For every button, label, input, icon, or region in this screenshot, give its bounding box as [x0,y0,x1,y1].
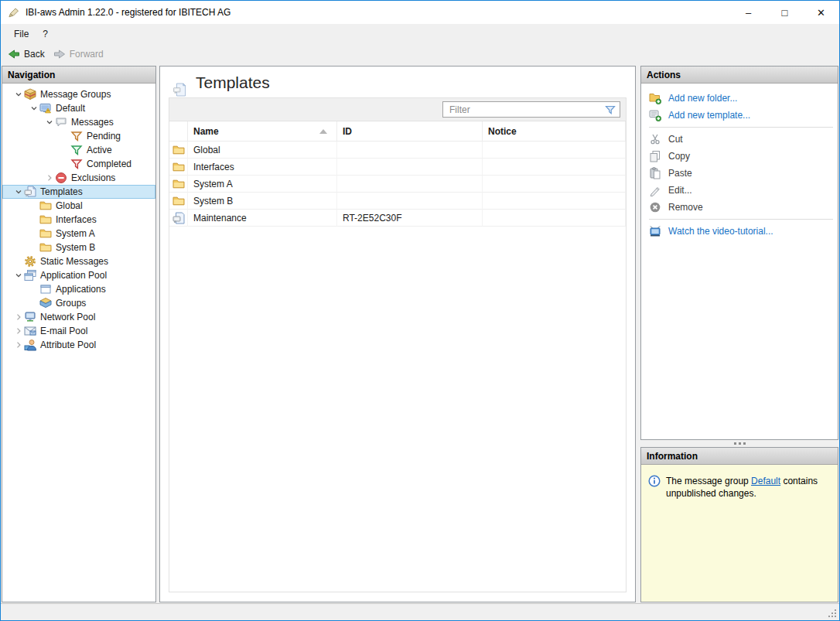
tree-item-label: Templates [40,186,83,197]
tree-item-default[interactable]: Default [2,101,155,115]
tree-item-label: Network Pool [40,312,95,322]
chevron-down-icon[interactable] [12,187,24,196]
table-row-global[interactable]: Global [169,142,626,159]
paste-action: Paste [649,165,835,182]
chevron-right-icon[interactable] [12,326,24,336]
cell-id [337,142,483,159]
folder-icon [39,200,52,212]
chevron-right-icon[interactable] [43,173,55,183]
row-icon-cell [169,193,188,210]
minimize-button[interactable]: – [730,1,767,24]
action-label: Copy [668,151,690,162]
add-new-folder-action[interactable]: Add new folder... [649,90,835,107]
tree-item-application-pool[interactable]: Application Pool [2,268,155,282]
filter-input[interactable] [448,104,604,116]
cell-id [337,176,483,193]
tree-item-network-pool[interactable]: Network Pool [2,310,155,324]
action-label: Paste [668,168,692,179]
right-column: Actions Add new folder...Add new templat… [640,66,838,602]
column-header-label: Name [193,126,219,137]
tree-item-completed[interactable]: Completed [2,157,155,171]
message-groups-icon [24,88,36,101]
default-group-link[interactable]: Default [751,476,780,486]
tree-item-active[interactable]: Active [2,143,155,157]
column-header-id[interactable]: ID [337,121,483,142]
panel-splitter[interactable] [640,440,838,447]
tree-item-templates[interactable]: Templates [2,185,155,199]
actions-panel: Actions Add new folder...Add new templat… [640,66,838,440]
forward-button: Forward [50,46,109,62]
splitter-dot [743,442,746,445]
tree-item-label: Exclusions [71,172,115,183]
tree-item-interfaces[interactable]: Interfaces [2,213,155,227]
action-label: Edit... [668,185,692,196]
tree-item-label: Application Pool [40,270,107,281]
table-body: GlobalInterfacesSystem ASystem BMaintena… [169,142,626,227]
resize-grip-icon[interactable] [828,609,837,618]
remove-icon [649,201,661,213]
chevron-down-icon[interactable] [12,90,24,99]
tree-item-attribute-pool[interactable]: Attribute Pool [2,338,155,352]
email-pool-icon [24,325,36,337]
tree-item-label: Applications [56,284,106,295]
message-group-icon [39,102,52,114]
add-new-template-action[interactable]: Add new template... [649,107,835,124]
watch-the-video-tutorial-action[interactable]: Watch the video-tutorial... [649,223,835,240]
information-panel: Information The message group Default co… [640,447,838,602]
column-header-name[interactable]: Name [188,121,337,142]
column-header-icon[interactable] [169,121,188,142]
tree-item-static-messages[interactable]: Static Messages [2,254,155,268]
tree-item-applications[interactable]: Applications [2,282,155,296]
tree-item-pending[interactable]: Pending [2,129,155,143]
table-row-system-a[interactable]: System A [169,176,626,193]
attribute-pool-icon [24,339,36,351]
menu-file[interactable]: File [7,26,36,42]
tree-item-exclusions[interactable]: Exclusions [2,171,155,185]
column-header-label: ID [343,126,352,137]
tree-item-groups[interactable]: Groups [2,296,155,310]
tree-item-message-groups[interactable]: Message Groups [2,87,155,101]
tree-item-e-mail-pool[interactable]: E-mail Pool [2,324,155,338]
tree-item-messages[interactable]: Messages [2,115,155,129]
cell-name: Global [188,142,337,159]
cell-id [337,159,483,176]
tree-item-global[interactable]: Global [2,199,155,213]
cell-notice [483,159,626,176]
maximize-button[interactable]: □ [767,1,803,24]
funnel-orange-icon [70,130,83,142]
folder-icon [39,241,52,254]
tree-item-system-b[interactable]: System B [2,241,155,254]
copy-action: Copy [649,148,835,165]
back-button[interactable]: Back [5,46,50,62]
chevron-right-icon[interactable] [12,340,24,350]
actions-panel-header: Actions [641,67,838,84]
funnel-green-icon [70,144,83,156]
table-row-maintenance[interactable]: MaintenanceRT-2E52C30F [169,210,626,227]
chevron-down-icon[interactable] [43,118,55,127]
chevron-down-icon[interactable] [28,104,39,113]
action-label: Watch the video-tutorial... [668,226,773,237]
tree-item-system-a[interactable]: System A [2,227,155,241]
chevron-right-icon[interactable] [12,312,24,322]
copy-icon [649,150,661,162]
information-panel-header: Information [641,448,838,465]
applications-icon [39,283,52,295]
messages-icon [55,116,67,128]
tree-item-label: Global [56,200,83,211]
status-bar [1,603,839,620]
close-button[interactable]: ✕ [803,1,839,24]
action-label: Remove [668,202,703,213]
splitter-dot [734,442,736,445]
column-header-notice[interactable]: Notice [483,121,626,142]
navigation-tree: Message GroupsDefaultMessagesPendingActi… [2,84,155,602]
table-row-system-b[interactable]: System B [169,193,626,210]
video-tutorial-icon [649,225,661,237]
row-icon-cell [169,159,188,176]
folder-icon [172,144,185,156]
chevron-down-icon[interactable] [12,271,24,280]
filter-funnel-icon[interactable] [604,104,616,116]
main-panel: Templates NameIDNotice GlobalInterfacesS… [159,66,636,602]
table-row-interfaces[interactable]: Interfaces [169,159,626,176]
exclusions-icon [55,172,67,184]
menu-help[interactable]: ? [36,26,55,42]
